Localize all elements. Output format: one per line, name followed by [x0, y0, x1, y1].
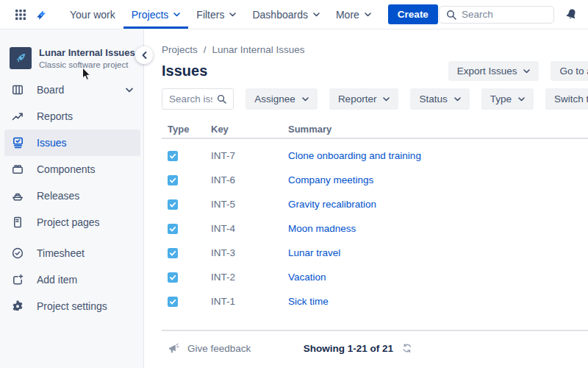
nav-dashboards-label: Dashboards [252, 9, 308, 21]
nav-dashboards[interactable]: Dashboards [244, 0, 328, 29]
issue-key: INT-3 [211, 247, 288, 258]
issue-summary-link[interactable]: Moon madness [288, 223, 356, 234]
global-search-input[interactable] [462, 9, 547, 20]
chevron-down-icon [365, 13, 371, 17]
project-avatar [10, 47, 32, 69]
table-row: INT-1 Sick time [162, 289, 588, 314]
status-filter-label: Status [419, 93, 447, 105]
chevron-left-icon [142, 52, 147, 59]
issue-summary-link[interactable]: Vacation [288, 272, 326, 283]
sidebar-item-issues[interactable]: Issues [4, 130, 140, 156]
issue-summary-link[interactable]: Clone onboarding and training [288, 150, 421, 161]
type-filter-dropdown[interactable]: Type [481, 88, 534, 110]
sidebar-item-label: Board [37, 84, 64, 96]
bell-icon [565, 8, 578, 21]
board-icon [10, 83, 25, 96]
switch-view-label: Switch to d [554, 93, 588, 105]
sidebar-item-timesheet[interactable]: Timesheet [0, 240, 143, 266]
sidebar-item-project-pages[interactable]: Project pages [0, 209, 143, 236]
project-title-block: Lunar Internal Issues Classic software p… [39, 47, 135, 68]
app-switcher-button[interactable] [10, 0, 31, 29]
issue-type-cell [168, 175, 211, 185]
sidebar-item-board[interactable]: Board [0, 77, 143, 103]
sidebar-collapse-button[interactable] [135, 46, 153, 64]
issue-summary-link[interactable]: Gravity recalibration [288, 199, 376, 210]
megaphone-icon [168, 342, 180, 354]
nav-more[interactable]: More [328, 0, 379, 29]
reports-icon [10, 110, 25, 123]
assignee-filter-dropdown[interactable]: Assignee [245, 88, 318, 110]
header-actions: Export Issues Go to adv [448, 61, 588, 81]
showing-count: Showing 1-21 of 21 [304, 343, 393, 354]
column-header-type: Type [168, 124, 211, 135]
task-type-icon [168, 272, 211, 283]
breadcrumb: Projects / Lunar Internal Issues [162, 44, 588, 55]
gear-icon [10, 300, 25, 313]
nav-your-work[interactable]: Your work [62, 0, 123, 29]
sidebar-item-label: Issues [37, 137, 66, 149]
jira-logo[interactable] [31, 0, 51, 29]
nav-filters-label: Filters [196, 9, 224, 21]
search-icon [446, 10, 456, 20]
chevron-down-icon [302, 97, 309, 102]
reporter-filter-label: Reporter [338, 93, 377, 105]
sidebar-item-label: Reports [37, 110, 73, 122]
chevron-down-icon[interactable] [126, 88, 133, 93]
sidebar-item-label: Project settings [37, 300, 107, 312]
sidebar-item-label: Components [37, 163, 95, 175]
switch-view-button[interactable]: Switch to d [545, 88, 588, 110]
task-type-icon [168, 175, 211, 185]
project-type: Classic software project [39, 60, 135, 69]
create-button[interactable]: Create [388, 4, 438, 24]
chevron-down-icon [229, 13, 236, 17]
table-header: Type Key Summary [162, 120, 588, 139]
global-search[interactable] [439, 6, 554, 24]
issue-type-cell [168, 199, 211, 210]
sidebar-item-label: Releases [37, 190, 79, 202]
type-filter-label: Type [490, 93, 512, 105]
project-header: Lunar Internal Issues Classic software p… [0, 47, 143, 69]
filter-bar: Assignee Reporter Status Type Switch to … [162, 88, 588, 110]
assignee-filter-label: Assignee [254, 93, 295, 105]
nav-projects-label: Projects [132, 9, 169, 21]
table-body: INT-7 Clone onboarding and training INT-… [162, 144, 588, 314]
table-row: INT-2 Vacation [162, 265, 588, 289]
issue-key: INT-6 [211, 174, 288, 185]
page-icon [10, 216, 25, 229]
sidebar-item-reports[interactable]: Reports [0, 103, 143, 130]
go-to-advanced-search-button[interactable]: Go to adv [551, 61, 588, 81]
issue-summary-link[interactable]: Lunar travel [288, 247, 340, 258]
issue-key: INT-2 [211, 272, 288, 283]
chevron-down-icon [454, 97, 461, 102]
issue-type-cell [168, 224, 211, 234]
give-feedback-label: Give feedback [187, 343, 251, 354]
refresh-icon[interactable] [402, 343, 412, 353]
notifications-button[interactable] [565, 8, 578, 21]
chevron-down-icon [518, 97, 525, 102]
sidebar-item-project-settings[interactable]: Project settings [0, 293, 143, 319]
reporter-filter-dropdown[interactable]: Reporter [329, 88, 399, 110]
search-issues-field[interactable] [162, 88, 234, 110]
table-row: INT-7 Clone onboarding and training [162, 144, 588, 168]
task-type-icon [168, 199, 211, 210]
sidebar-menu: Board Reports Issues [0, 77, 143, 319]
task-type-icon [168, 224, 211, 234]
breadcrumb-projects[interactable]: Projects [162, 44, 198, 55]
sidebar-item-add-item[interactable]: Add item [0, 266, 143, 293]
nav-filters[interactable]: Filters [188, 0, 244, 29]
status-filter-dropdown[interactable]: Status [410, 88, 469, 110]
give-feedback-button[interactable]: Give feedback [168, 342, 251, 354]
sidebar-item-releases[interactable]: Releases [0, 183, 143, 209]
search-issues-input[interactable] [169, 93, 212, 105]
page-header: Issues Export Issues Go to adv [162, 61, 588, 81]
issue-summary-link[interactable]: Sick time [288, 296, 329, 307]
nav-more-label: More [336, 9, 359, 21]
export-issues-button[interactable]: Export Issues [448, 61, 539, 81]
app-grid-icon [15, 9, 26, 21]
nav-projects[interactable]: Projects [123, 0, 189, 29]
ship-icon [10, 189, 25, 202]
breadcrumb-project-name[interactable]: Lunar Internal Issues [212, 44, 305, 55]
sidebar-item-components[interactable]: Components [0, 156, 143, 183]
issue-summary-link[interactable]: Company meetings [288, 174, 373, 185]
sidebar-item-label: Timesheet [37, 247, 85, 259]
